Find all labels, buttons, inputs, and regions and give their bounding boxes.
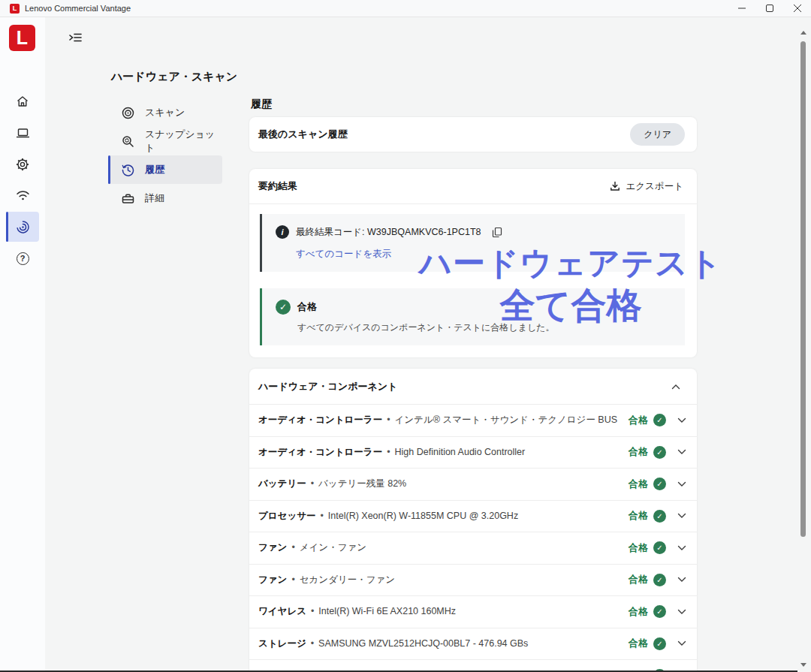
check-glyph: ✓ <box>279 302 287 312</box>
copy-icon[interactable] <box>492 227 502 238</box>
show-all-codes-link[interactable]: すべてのコードを表示 <box>296 248 673 261</box>
app-logo-icon: L <box>10 4 20 14</box>
sidebar-item-device[interactable] <box>6 118 39 148</box>
chevron-down-icon[interactable] <box>677 417 686 423</box>
maximize-button[interactable] <box>755 0 783 17</box>
chevron-down-icon[interactable] <box>677 481 686 487</box>
check-glyph: ✓ <box>656 640 662 648</box>
download-icon <box>610 181 620 191</box>
nav-item-label: スナップショット <box>145 128 222 155</box>
sidebar-item-help[interactable]: ? <box>6 243 39 273</box>
check-glyph: ✓ <box>656 448 662 457</box>
nav-item-scan[interactable]: スキャン <box>108 98 222 127</box>
table-row[interactable]: ストレージ•SAMSUNG MZVL2512HCJQ-00BL7 - 476.9… <box>249 628 697 660</box>
nav-item-history[interactable]: 履歴 <box>108 155 222 184</box>
component-name: ワイヤレス <box>258 606 306 616</box>
component-detail: インテル® スマート・サウンド・テクノロジー BUS <box>395 414 618 425</box>
nav-item-label: 履歴 <box>145 163 164 176</box>
overall-result-block: ✓ 合格 すべてのデバイスのコンポーネント・テストに合格しました。 <box>260 288 685 345</box>
check-glyph: ✓ <box>656 607 662 616</box>
row-status: 合格 ✓ <box>629 605 686 619</box>
table-row[interactable]: バッテリー•バッテリー残量 82% 合格 ✓ <box>249 468 697 500</box>
separator: • <box>291 542 294 553</box>
row-status: 合格 ✓ <box>629 573 686 586</box>
components-card: ハードウェア・コンポーネント オーディオ・コントローラー•インテル® スマート・… <box>249 369 697 672</box>
chevron-down-icon[interactable] <box>677 545 686 551</box>
row-status: 合格 ✓ <box>629 541 686 555</box>
app-window: L Lenovo Commercial Vantage L <box>0 0 811 672</box>
chevron-down-icon[interactable] <box>677 577 686 583</box>
component-name: バッテリー <box>258 478 306 489</box>
sidebar-item-settings[interactable] <box>6 149 39 179</box>
scroll-up-arrow[interactable] <box>800 31 806 35</box>
row-status: 合格 ✓ <box>629 478 686 491</box>
components-card-header: ハードウェア・コンポーネント <box>249 369 697 404</box>
nav-item-snapshot[interactable]: スナップショット <box>108 127 222 155</box>
sidebar-item-hardware-scan[interactable] <box>6 212 39 242</box>
table-row[interactable]: ファン•セカンダリー・ファン 合格 ✓ <box>249 564 697 596</box>
collapse-chevron-up-icon[interactable] <box>671 384 683 390</box>
separator: • <box>311 478 314 489</box>
component-label: ストレージ•SAMSUNG MZVL2512HCJQ-00BL7 - 476.9… <box>258 637 528 650</box>
sidebar-item-home[interactable] <box>6 86 39 116</box>
summary-title: 要約結果 <box>258 179 297 193</box>
component-detail: セカンダリー・ファン <box>300 574 395 585</box>
hardware-scan-icon <box>16 220 30 234</box>
export-button[interactable]: エクスポート <box>610 180 683 193</box>
check-circle-icon: ✓ <box>653 446 666 459</box>
components-title: ハードウェア・コンポーネント <box>258 380 397 393</box>
scrollbar-thumb[interactable] <box>800 41 806 537</box>
nav-item-label: スキャン <box>145 106 185 119</box>
history-heading: 履歴 <box>251 96 697 111</box>
chevron-down-icon[interactable] <box>677 640 686 646</box>
separator: • <box>311 606 314 616</box>
status-pass-label: 合格 <box>629 478 648 491</box>
info-icon: i <box>276 225 289 239</box>
settings-gear-icon <box>16 158 29 171</box>
component-name: オーディオ・コントローラー <box>258 414 382 425</box>
table-row[interactable]: オーディオ・コントローラー•インテル® スマート・サウンド・テクノロジー BUS… <box>249 404 697 436</box>
close-button[interactable] <box>783 0 811 17</box>
minimize-button[interactable] <box>728 0 755 17</box>
row-status: 合格 ✓ <box>629 445 686 459</box>
chevron-down-icon[interactable] <box>677 513 686 519</box>
check-circle-icon: ✓ <box>653 574 666 586</box>
component-name: ファン <box>258 542 287 553</box>
info-glyph: i <box>281 228 283 237</box>
table-row[interactable]: オーディオ・コントローラー•High Definition Audio Cont… <box>249 436 697 469</box>
check-circle-icon: ✓ <box>653 637 666 650</box>
wifi-icon <box>16 189 30 201</box>
menu-toggle-button[interactable] <box>68 31 83 44</box>
row-status: 合格 ✓ <box>629 637 686 650</box>
table-row[interactable]: ファン•メイン・ファン 合格 ✓ <box>249 532 697 564</box>
component-detail: High Definition Audio Controller <box>395 447 526 457</box>
window-controls <box>728 0 811 17</box>
help-icon: ? <box>17 252 29 265</box>
lenovo-logo: L <box>9 25 35 51</box>
check-glyph: ✓ <box>656 512 662 520</box>
overall-status: 合格 <box>297 300 317 314</box>
nav-item-details[interactable]: 詳細 <box>108 184 222 212</box>
chevron-down-icon[interactable] <box>677 449 686 455</box>
component-label: バッテリー•バッテリー残量 82% <box>258 478 406 490</box>
table-row[interactable]: プロセッサー•Intel(R) Xeon(R) W-11855M CPU @ 3… <box>249 500 697 532</box>
overall-description: すべてのデバイスのコンポーネント・テストに合格しました。 <box>297 321 673 334</box>
component-label: ファン•セカンダリー・ファン <box>258 574 395 586</box>
table-row[interactable]: ワイヤレス•Intel(R) Wi-Fi 6E AX210 160MHz 合格 … <box>249 595 697 628</box>
title-bar: L Lenovo Commercial Vantage <box>0 0 811 17</box>
export-label: エクスポート <box>626 180 683 193</box>
scroll-down-arrow[interactable] <box>800 663 806 667</box>
status-pass-label: 合格 <box>629 445 648 459</box>
separator: • <box>291 574 294 585</box>
component-name: ファン <box>258 574 287 585</box>
clear-button[interactable]: クリア <box>630 123 685 146</box>
component-label: ファン•メイン・ファン <box>258 541 366 554</box>
component-label: オーディオ・コントローラー•High Definition Audio Cont… <box>258 446 525 459</box>
scan-icon <box>122 107 134 119</box>
status-pass-label: 合格 <box>629 573 648 586</box>
check-circle-icon: ✓ <box>653 605 666 618</box>
nav-item-label: 詳細 <box>145 191 164 205</box>
component-name: オーディオ・コントローラー <box>258 447 382 457</box>
chevron-down-icon[interactable] <box>677 609 686 615</box>
sidebar-item-wifi[interactable] <box>6 180 39 210</box>
